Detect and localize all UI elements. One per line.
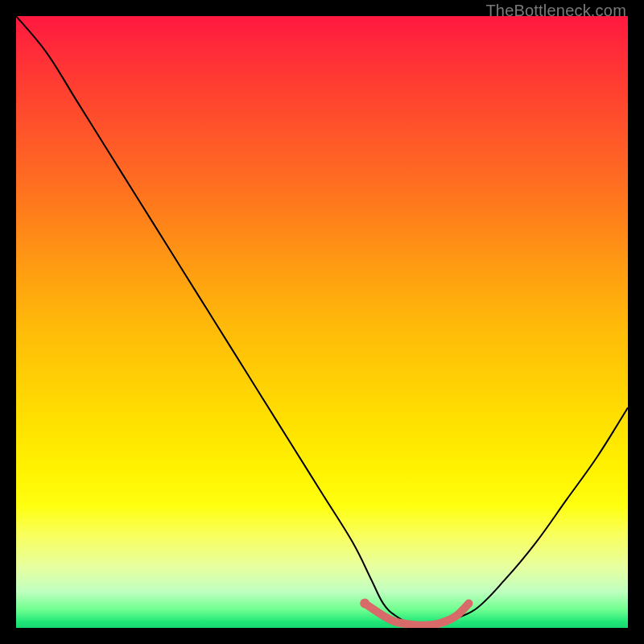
- optimal-zone-highlight: [365, 604, 469, 625]
- plot-gradient-background: [16, 16, 628, 628]
- highlight-start-dot: [360, 599, 369, 609]
- bottleneck-curve: [16, 16, 628, 625]
- chart-container: TheBottleneck.com: [0, 0, 644, 644]
- curve-layer: [16, 16, 628, 628]
- watermark-text: TheBottleneck.com: [485, 2, 626, 20]
